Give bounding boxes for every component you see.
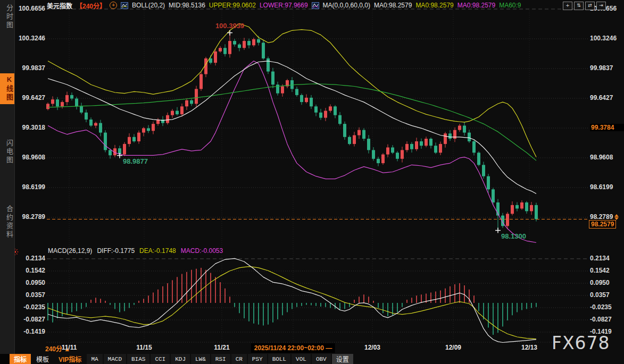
macd-label: 0.1542 (13, 267, 45, 274)
toolbar-item-4[interactable]: MACD (104, 354, 126, 364)
macd-dea-value: DEA:-0.1748 (139, 247, 176, 255)
selected-period-label: 2025/11/24 22:00~02:00 — (251, 343, 335, 353)
macd-label: 0.0357 (13, 291, 45, 299)
macd-label: -0.0235 (590, 303, 623, 311)
price-label-left: 99.6427 (13, 94, 45, 101)
chart-app: 100.393998.987798.1300 分时图K线图闪电图合约资料 美元指… (0, 0, 624, 364)
macd-diff-value: DIFF:-0.1775 (97, 247, 135, 255)
macd-label: -0.1419 (13, 328, 45, 335)
add-indicator-icon[interactable]: + (110, 2, 117, 9)
svg-text:98.9877: 98.9877 (123, 157, 148, 165)
date-axis: 240分 ▲ 11/1111/1511/212025/11/24 22:00~0… (0, 343, 624, 354)
sidebar-item-0[interactable]: 分时图 (0, 4, 14, 30)
ma60-value: MA60:9 (499, 2, 521, 9)
sidebar: 分时图K线图闪电图合约资料 (0, 0, 15, 364)
date-tick: 11/11 (62, 344, 77, 351)
toolbar-item-5[interactable]: BIAS (127, 354, 149, 364)
toolbar-item-8[interactable]: LW& (191, 354, 210, 364)
date-tick: 11/15 (136, 344, 152, 351)
price-macd-chart: 100.393998.987798.1300 (0, 0, 624, 364)
chart-header: 美元指数 【240分】 + BOLL(20,2) MID:98.5136 UPP… (47, 1, 521, 10)
price-label-left: 100.3246 (13, 35, 45, 42)
macd-label: -0.0235 (13, 303, 45, 311)
date-tick: 11/21 (214, 344, 229, 351)
macd-label: 0.0950 (13, 279, 45, 286)
macd-label: 0.0357 (590, 291, 623, 299)
price-label-right: 98.6199 (590, 183, 623, 191)
toolbar-item-15[interactable]: 设置 (332, 354, 353, 364)
date-tick: 12/13 (521, 344, 537, 351)
symbol-title: 美元指数 (47, 1, 72, 10)
price-updown-icon[interactable] (614, 214, 619, 221)
macd-header: MACD(26,12,9) DIFF:-0.1775 DEA:-0.1748 M… (48, 247, 223, 255)
sidebar-item-3[interactable]: 合约资料 (0, 205, 14, 239)
macd-label: -0.1419 (590, 328, 623, 335)
macd-macd-value: MACD:-0.0053 (181, 247, 223, 255)
ma-label: MA(0,0,0,60,0,0) (323, 2, 370, 9)
toolbar-item-7[interactable]: KDJ (171, 354, 190, 364)
boll-label: BOLL(20,2) (132, 2, 165, 9)
price-label-left: 98.9608 (13, 154, 45, 161)
price-label-left: 100.6656 (13, 5, 45, 12)
price-label-left: 99.9837 (13, 64, 45, 72)
price-label-left: 99.3018 (13, 124, 45, 131)
macd-label: 0.1542 (590, 267, 623, 274)
fit-vertical-icon[interactable]: ⇅ (574, 2, 584, 10)
toolbar-item-12[interactable]: BOLL (268, 354, 290, 364)
toolbar-item-2[interactable]: VIP指标 (54, 354, 86, 364)
price-label-right: 99.6427 (590, 94, 623, 101)
boll-mid-value: MID:98.5136 (169, 2, 205, 9)
toolbar-item-0[interactable]: 指标 (10, 354, 31, 364)
fit-horizontal-icon[interactable]: ⇄ (585, 2, 595, 10)
toolbar-item-1[interactable]: 模板 (32, 354, 53, 364)
toolbar-item-3[interactable]: MA (87, 354, 102, 364)
sidebar-item-1[interactable]: K线图 (0, 73, 14, 104)
svg-text:100.3939: 100.3939 (215, 22, 244, 30)
sidebar-item-2[interactable]: 闪电图 (0, 139, 14, 165)
price-label-right: 100.3246 (590, 35, 623, 42)
toolbar-item-11[interactable]: PSY (248, 354, 267, 364)
boll-indicator-icon[interactable] (121, 2, 128, 9)
price-label-left: 98.6199 (13, 183, 45, 191)
shift-right-icon[interactable]: ⇥ (596, 2, 606, 10)
toolbar-item-14[interactable]: OBV (312, 354, 331, 364)
toolbar-item-6[interactable]: CCI (151, 354, 170, 364)
period-label: 【240分】 (76, 1, 106, 10)
ma0-white-value: MA0:98.2579 (374, 2, 412, 9)
macd-label: 0.0950 (590, 279, 623, 286)
bottom-toolbar: 指标模板VIP指标MAMACDBIASCCIKDJLW&RSICRPSYBOLL… (0, 354, 624, 364)
current-price-badge: 98.2579 (589, 220, 616, 228)
date-tick: 12/03 (364, 344, 380, 351)
toolbar-item-13[interactable]: VOL (292, 354, 311, 364)
date-tick: 12/09 (445, 344, 461, 351)
macd-label: -0.0827 (590, 316, 623, 323)
toolbar-item-10[interactable]: CR (231, 354, 247, 364)
macd-label: -0.0827 (13, 316, 45, 323)
price-label-left: 98.2789 (13, 213, 45, 221)
price-label-right: 98.9608 (590, 154, 623, 161)
ma0-magenta-value: MA0:98.2579 (457, 2, 495, 9)
pan-icon[interactable]: + (563, 2, 572, 10)
ma-indicator-icon[interactable] (312, 2, 319, 9)
right-marker-badge: 99.3784 (590, 124, 624, 131)
svg-text:98.1300: 98.1300 (501, 232, 526, 240)
boll-upper-value: UPPER:99.0602 (209, 2, 256, 9)
chart-tool-icons: +⇅⇄⇥ (563, 2, 606, 10)
price-label-right: 99.9837 (590, 64, 623, 72)
macd-label: 0.2134 (590, 255, 623, 262)
toolbar-spacer (0, 354, 10, 364)
ma0-yellow-value: MA0:98.2579 (415, 2, 453, 9)
boll-lower-value: LOWER:97.9669 (260, 2, 308, 9)
macd-label: MACD(26,12,9) (48, 247, 92, 255)
toolbar-item-9[interactable]: RSI (211, 354, 230, 364)
